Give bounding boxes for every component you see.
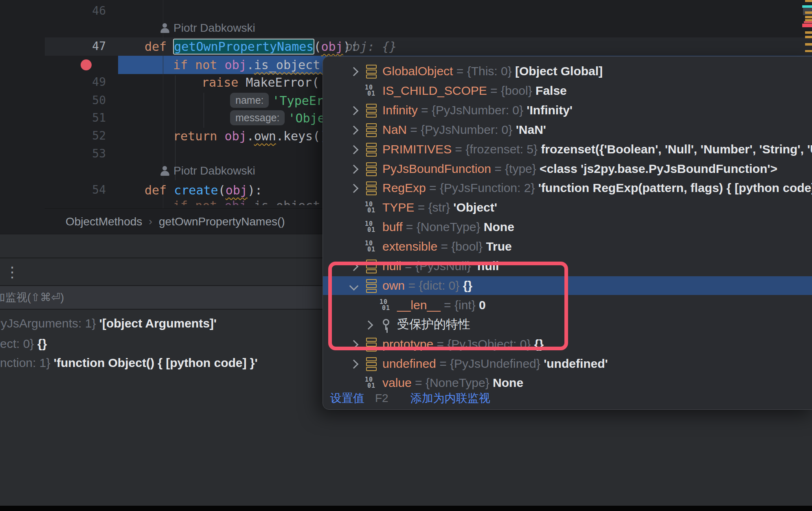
- watch-row[interactable]: nction: 1} 'function Object() { [python …: [0, 356, 258, 370]
- variable-name: TYPE: [382, 201, 414, 214]
- chevron-right-icon[interactable]: [349, 359, 359, 369]
- variable-type: {NoneType}: [417, 220, 484, 234]
- variable-text: PRIMITIVES = {frozenset: 5} frozenset({'…: [382, 142, 812, 156]
- equals-sign: =: [418, 103, 432, 117]
- code-token: obj: [226, 183, 248, 197]
- breadcrumb-item[interactable]: getOwnPropertyNames(): [159, 215, 285, 228]
- code-line[interactable]: return obj.own.keys(): [173, 127, 327, 145]
- variable-value: None: [493, 376, 523, 389]
- code-token: def: [145, 183, 174, 197]
- chevron-right-icon[interactable]: [349, 125, 359, 135]
- code-token: obj: [321, 39, 343, 54]
- chevron-right-icon[interactable]: [349, 67, 359, 76]
- variable-row-GlobalObject[interactable]: GlobalObject = {This: 0} [Object Global]: [323, 62, 812, 81]
- chevron-right-icon[interactable]: [349, 106, 359, 115]
- watch-row[interactable]: ect: 0} {}: [0, 337, 47, 351]
- variable-type: {PyJsNumber: 0}: [432, 103, 527, 117]
- variable-row-IS_CHILD_SCOPE[interactable]: 1001IS_CHILD_SCOPE = {bool} False: [323, 81, 812, 100]
- variable-text: TYPE = {str} 'Object': [382, 201, 497, 214]
- chevron-right-icon[interactable]: [349, 184, 359, 193]
- stripe-mark[interactable]: [805, 50, 812, 52]
- variable-text: IS_CHILD_SCOPE = {bool} False: [382, 84, 567, 98]
- author-label: Piotr Dabkowski: [173, 22, 255, 35]
- line-number[interactable]: 52: [61, 127, 106, 145]
- code-line[interactable]: def getOwnPropertyNames(obj):: [145, 37, 358, 56]
- line-number[interactable]: 46: [61, 2, 106, 20]
- stripe-mark[interactable]: [805, 0, 812, 2]
- code-token: ):: [248, 183, 262, 197]
- variable-value: 'NaN': [516, 123, 546, 136]
- variable-type: {PyJsFunction: 2}: [440, 181, 538, 194]
- line-number[interactable]: 47: [61, 37, 106, 55]
- add-inline-watch-link[interactable]: 添加为内联监视: [410, 391, 490, 406]
- set-value-link[interactable]: 设置值: [330, 391, 364, 406]
- code-token: message:: [230, 110, 285, 125]
- line-number[interactable]: 49: [61, 73, 106, 91]
- object-icon: [366, 162, 377, 176]
- variable-text: NaN = {PyJsNumber: 0} 'NaN': [382, 123, 546, 137]
- object-icon: [366, 123, 377, 137]
- code-token: (: [218, 183, 226, 197]
- code-line[interactable]: if not obj.is_object():: [173, 197, 342, 205]
- variable-type: {bool}: [501, 84, 535, 97]
- code-line[interactable]: raise MakeError(: [202, 73, 319, 92]
- variable-value: None: [484, 220, 514, 234]
- variable-row-undefined[interactable]: undefined = {PyJsUndefined} 'undefined': [323, 354, 812, 373]
- variable-text: RegExp = {PyJsFunction: 2} 'function Reg…: [382, 181, 812, 195]
- code-line[interactable]: if not obj.is_object():: [173, 56, 342, 74]
- variable-value: 'function RegExp(pattern, flags) { [pyth…: [538, 181, 812, 194]
- stripe-mark[interactable]: [804, 21, 812, 23]
- line-number[interactable]: 54: [61, 181, 106, 199]
- stripe-mark[interactable]: [805, 31, 812, 34]
- line-number[interactable]: 50: [61, 92, 106, 109]
- breakpoint-icon[interactable]: [81, 59, 92, 70]
- code-token: MakeError(: [246, 75, 319, 90]
- variable-text: GlobalObject = {This: 0} [Object Global]: [382, 64, 603, 78]
- code-token: if not: [173, 199, 224, 205]
- stripe-mark[interactable]: [805, 16, 812, 18]
- code-token: create: [174, 183, 218, 197]
- equals-sign: =: [491, 162, 505, 175]
- line-number[interactable]: 51: [61, 109, 106, 127]
- variable-value: 'Object': [453, 201, 497, 214]
- variable-name: Infinity: [382, 103, 418, 117]
- variable-row-TYPE[interactable]: 1001TYPE = {str} 'Object': [323, 198, 812, 217]
- variable-row-PyJsBoundFunction[interactable]: PyJsBoundFunction = {type} <class 'js2py…: [323, 159, 812, 178]
- chevron-right-icon[interactable]: [349, 164, 359, 174]
- code-token: name:: [230, 93, 269, 108]
- equals-sign: =: [487, 84, 501, 97]
- primitive-icon: 1001: [365, 377, 379, 391]
- code-token: .: [247, 58, 254, 72]
- variable-row-buff[interactable]: 1001buff = {NoneType} None: [323, 218, 812, 236]
- variable-text: value = {NoneType} None: [382, 376, 523, 390]
- variable-row-extensible[interactable]: 1001extensible = {bool} True: [323, 237, 812, 256]
- variable-row-PRIMITIVES[interactable]: PRIMITIVES = {frozenset: 5} frozenset({'…: [323, 140, 812, 159]
- chevron-right-icon[interactable]: [349, 145, 359, 154]
- variable-name: RegExp: [382, 181, 426, 194]
- watch-value: 'function Object() { [python code] }': [54, 356, 258, 369]
- watch-type: nction: 1}: [0, 356, 54, 369]
- variable-row-RegExp[interactable]: RegExp = {PyJsFunction: 2} 'function Reg…: [323, 179, 812, 197]
- variable-text: buff = {NoneType} None: [382, 220, 514, 234]
- variable-type: {type}: [505, 162, 540, 175]
- stripe-mark[interactable]: [802, 5, 812, 8]
- equals-sign: =: [407, 123, 421, 136]
- variable-row-NaN[interactable]: NaN = {PyJsNumber: 0} 'NaN': [323, 120, 812, 139]
- debugger-variables-popup: GlobalObject = {This: 0} [Object Global]…: [323, 56, 812, 410]
- stripe-mark[interactable]: [805, 43, 812, 46]
- breadcrumb-item[interactable]: ObjectMethods: [66, 215, 142, 228]
- object-icon: [366, 104, 377, 118]
- stripe-mark[interactable]: [805, 36, 812, 38]
- f2-shortcut-label: F2: [375, 392, 388, 405]
- line-number[interactable]: 53: [61, 145, 106, 163]
- equals-sign: =: [412, 376, 426, 389]
- indent-guide: [204, 93, 204, 128]
- variable-row-value[interactable]: 1001value = {NoneType} None: [323, 373, 812, 392]
- variable-row-Infinity[interactable]: Infinity = {PyJsNumber: 0} 'Infinity': [323, 101, 812, 120]
- kebab-menu-icon[interactable]: ⋮: [5, 265, 20, 280]
- stripe-mark[interactable]: [802, 24, 812, 27]
- watch-row[interactable]: PyJsArguments: 1} '[object Arguments]': [0, 317, 217, 330]
- stripe-mark[interactable]: [805, 11, 812, 14]
- watch-value: {}: [37, 337, 47, 350]
- error-stripe[interactable]: [801, 0, 812, 57]
